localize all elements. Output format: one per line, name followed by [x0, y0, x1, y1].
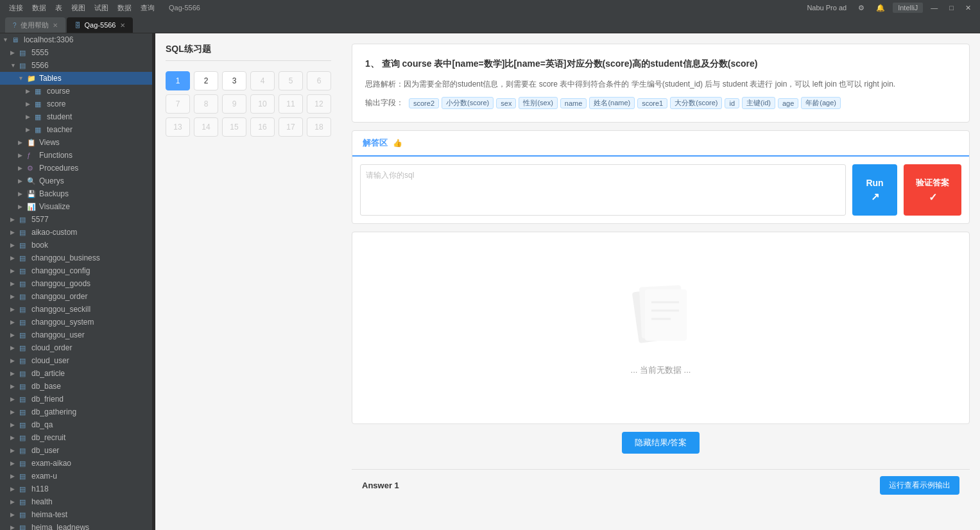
number-btn-16[interactable]: 16	[250, 117, 275, 137]
number-btn-5[interactable]: 5	[279, 71, 303, 90]
sidebar-item-book[interactable]: ▶▤book	[0, 239, 152, 252]
number-btn-3[interactable]: 3	[222, 71, 246, 90]
sidebar-item-backups[interactable]: ▶ 💾 Backups	[0, 187, 152, 200]
sidebar-item-views[interactable]: ▶ 📋 Views	[0, 136, 152, 149]
number-btn-6[interactable]: 6	[307, 71, 331, 90]
sidebar-item-score[interactable]: ▶ ▦ score	[0, 98, 152, 110]
number-btn-4[interactable]: 4	[250, 71, 275, 90]
tab-qag5566[interactable]: 🗄 Qag-5566 ✕	[67, 17, 133, 33]
sidebar-item-changgou_seckill[interactable]: ▶▤changgou_seckill	[0, 303, 152, 316]
sidebar-item-db_base[interactable]: ▶▤db_base	[0, 380, 152, 393]
result-area: ... 当前无数据 ...	[352, 232, 970, 424]
sidebar-item-visualize[interactable]: ▶ 📊 Visualize	[0, 200, 152, 213]
folder-icon-views: 📋	[27, 139, 37, 147]
sidebar-item-teacher[interactable]: ▶ ▦ teacher	[0, 123, 152, 136]
menu-view1[interactable]: 视图	[67, 2, 89, 14]
sidebar-item-db_gathering[interactable]: ▶▤db_gathering	[0, 406, 152, 418]
settings-icon[interactable]: ⚙	[854, 3, 868, 13]
sidebar-item-procedures[interactable]: ▶ ⚙ Procedures	[0, 162, 152, 175]
sidebar-item-heima-test[interactable]: ▶▤heima-test	[0, 508, 152, 521]
sidebar-item-5577[interactable]: ▶▤5577	[0, 213, 152, 226]
sidebar-item-cloud_order[interactable]: ▶▤cloud_order	[0, 341, 152, 354]
menu-data1[interactable]: 数据	[28, 2, 50, 14]
number-btn-17[interactable]: 17	[279, 117, 303, 137]
number-btn-13[interactable]: 13	[166, 117, 190, 137]
window-max-icon[interactable]: □	[945, 3, 958, 13]
window-close-icon[interactable]: ✕	[961, 3, 975, 13]
sidebar-item-changgou_user[interactable]: ▶▤changgou_user	[0, 329, 152, 341]
sidebar-item-functions[interactable]: ▶ ƒ Functions	[0, 149, 152, 162]
sidebar-item-changgou_business[interactable]: ▶▤changgou_business	[0, 252, 152, 264]
sidebar-item-exam-aikao[interactable]: ▶▤exam-aikao	[0, 457, 152, 470]
number-btn-8[interactable]: 8	[194, 94, 218, 114]
db-icon-health: ▤	[19, 498, 30, 506]
run-example-button[interactable]: 运行查看示例输出	[880, 476, 959, 495]
menu-query[interactable]: 查询	[137, 2, 159, 14]
sidebar-item-5555[interactable]: ▶ ▤ 5555	[0, 46, 152, 59]
menu-table[interactable]: 表	[51, 2, 66, 14]
sidebar-label-cloud_order: cloud_order	[31, 343, 72, 352]
app-name: Qag-5566	[165, 3, 204, 13]
db-icon-changgou_order: ▤	[19, 293, 30, 301]
number-btn-2[interactable]: 2	[194, 71, 218, 90]
run-button[interactable]: Run ↗	[852, 164, 897, 216]
sidebar-item-changgou_config[interactable]: ▶▤changgou_config	[0, 264, 152, 277]
tab-qag-close[interactable]: ✕	[120, 22, 125, 29]
sidebar-item-course[interactable]: ▶ ▦ course	[0, 85, 152, 98]
db-icon-db_friend: ▤	[19, 395, 30, 404]
sidebar-item-tables[interactable]: ▼ 📁 Tables	[0, 72, 152, 85]
tab-help-close[interactable]: ✕	[53, 22, 58, 29]
sidebar-item-db_qa[interactable]: ▶▤db_qa	[0, 418, 152, 431]
sidebar-item-health[interactable]: ▶▤health	[0, 495, 152, 508]
question-title: 1、 查询 course 表中[name=数学]比[name=英语]对应分数(s…	[365, 57, 956, 71]
window-min-icon[interactable]: —	[927, 3, 941, 13]
output-label: 输出字段：	[365, 98, 404, 108]
number-btn-12[interactable]: 12	[307, 94, 331, 114]
sidebar-item-cloud_user[interactable]: ▶▤cloud_user	[0, 354, 152, 367]
number-btn-9[interactable]: 9	[222, 94, 246, 114]
number-btn-15[interactable]: 15	[222, 117, 246, 137]
db-icon-heima-test: ▤	[19, 511, 30, 519]
db-icon-db_qa: ▤	[19, 421, 30, 429]
sql-input[interactable]	[360, 164, 846, 216]
menu-view2[interactable]: 试图	[90, 2, 112, 14]
sidebar-item-changgou_order[interactable]: ▶▤changgou_order	[0, 290, 152, 303]
menu-connect[interactable]: 连接	[5, 2, 27, 14]
sidebar-item-aikao-custom[interactable]: ▶▤aikao-custom	[0, 226, 152, 239]
sidebar-item-changgou_system[interactable]: ▶▤changgou_system	[0, 316, 152, 329]
folder-icon-procedures: ⚙	[27, 164, 37, 173]
number-btn-18[interactable]: 18	[307, 117, 331, 137]
menu-data2[interactable]: 数据	[114, 2, 135, 14]
tab-help[interactable]: ? 使用帮助 ✕	[5, 17, 65, 33]
sidebar-item-db_user[interactable]: ▶▤db_user	[0, 444, 152, 457]
sidebar-label-tables: Tables	[39, 74, 62, 83]
sidebar-label-heima_leadnews: heima_leadnews	[31, 523, 89, 530]
sidebar-item-db_recruit[interactable]: ▶▤db_recruit	[0, 431, 152, 444]
exercise-panel-title: SQL练习题	[166, 44, 331, 61]
number-btn-7[interactable]: 7	[166, 94, 190, 114]
sidebar-label-5566: 5566	[31, 61, 49, 70]
sidebar-item-heima_leadnews[interactable]: ▶▤heima_leadnews	[0, 521, 152, 530]
arrow-exam-u: ▶	[10, 473, 19, 479]
sidebar-label-backups: Backups	[39, 189, 69, 198]
sidebar-item-student[interactable]: ▶ ▦ student	[0, 110, 152, 123]
sidebar-item-5566[interactable]: ▼ ▤ 5566	[0, 59, 152, 72]
sidebar-item-db_article[interactable]: ▶▤db_article	[0, 367, 152, 380]
theme-selector[interactable]: IntelliJ	[893, 3, 923, 13]
sidebar-item-querys[interactable]: ▶ 🔍 Querys	[0, 175, 152, 187]
number-btn-11[interactable]: 11	[279, 94, 303, 114]
sidebar-item-db_friend[interactable]: ▶▤db_friend	[0, 393, 152, 406]
sidebar-item-h118[interactable]: ▶▤h118	[0, 483, 152, 495]
number-btn-1[interactable]: 1	[166, 71, 190, 90]
hide-result-button[interactable]: 隐藏结果/答案	[622, 432, 700, 454]
verify-icon: ✓	[929, 191, 937, 203]
sidebar-item-exam-u[interactable]: ▶▤exam-u	[0, 470, 152, 483]
verify-button[interactable]: 验证答案 ✓	[904, 164, 961, 216]
arrow-localhost: ▼	[3, 37, 12, 43]
sidebar-item-localhost[interactable]: ▼ 🖥 localhost:3306	[0, 33, 152, 46]
number-btn-10[interactable]: 10	[250, 94, 275, 114]
number-btn-14[interactable]: 14	[194, 117, 218, 137]
arrow-changgou_config: ▶	[10, 268, 19, 274]
sidebar-item-changgou_goods[interactable]: ▶▤changgou_goods	[0, 277, 152, 290]
bell-icon[interactable]: 🔔	[872, 3, 889, 13]
